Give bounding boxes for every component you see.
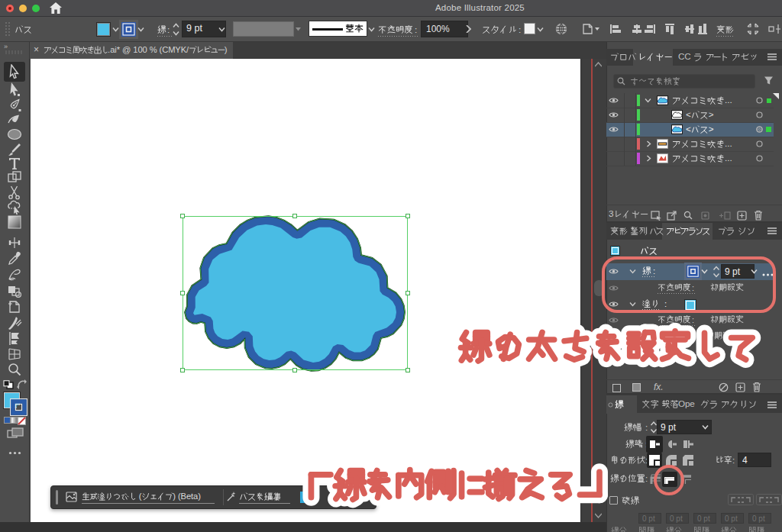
svg-text:O: O (678, 398, 685, 408)
svg-text:.: . (729, 95, 732, 105)
svg-text:>: > (709, 124, 714, 134)
svg-text:B: B (181, 492, 186, 501)
svg-text:C: C (684, 51, 690, 61)
svg-text:<: < (686, 109, 691, 119)
svg-text:3: 3 (609, 208, 614, 218)
svg-text:e: e (690, 398, 695, 408)
svg-text:): ) (198, 492, 201, 501)
svg-text:(: ( (139, 492, 142, 501)
svg-text:>: > (709, 109, 714, 119)
svg-text:.: . (729, 138, 732, 148)
svg-text:<: < (686, 124, 691, 134)
svg-text:): ) (173, 492, 176, 501)
svg-text:C: C (678, 51, 684, 61)
svg-text:.: . (729, 153, 732, 163)
